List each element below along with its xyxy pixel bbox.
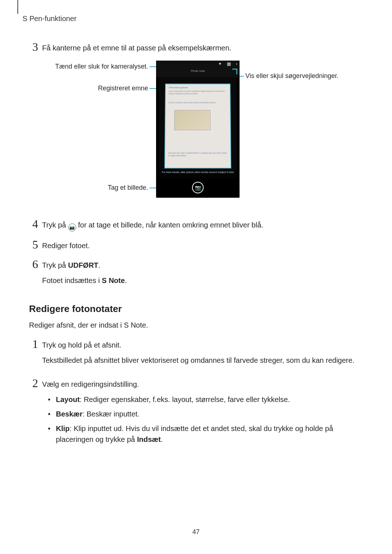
statusbar-label: Photo note (156, 67, 240, 73)
list-item: Klip: Klip inputtet ud. Hvis du vil inds… (48, 423, 363, 445)
hint-banner: For best results, take picture when bord… (159, 169, 237, 179)
subsection-heading: Redigere fotonotater (29, 303, 363, 315)
subsection-intro: Rediger afsnit, der er indsat i S Note. (29, 321, 363, 329)
step-b2: 2 Vælg en redigeringsindstilling. Layout… (29, 377, 363, 448)
figure: Tænd eller sluk for kameralyset. Registr… (29, 61, 363, 206)
options-list: Layout: Rediger egenskaber, f.eks. layou… (42, 394, 363, 445)
step-text: Få kanterne på et emne til at passe på e… (42, 41, 231, 53)
phone-statusbar: Photo note (156, 67, 240, 77)
camera-icon: 📷 (68, 223, 76, 231)
callout-capture: Tag et billede. (29, 184, 148, 192)
step-number: 3 (29, 41, 41, 53)
step-number: 6 (29, 258, 41, 270)
phone-mockup: ✦ ▦ › Photo note S Pen button gestures L… (156, 61, 240, 198)
list-item: Beskær: Beskær inputtet. (48, 409, 363, 419)
callout-guides: Vis eller skjul søgervejledninger. (245, 72, 339, 80)
step-number: 5 (29, 239, 41, 250)
detected-document: S Pen button gestures Lorem ipsum dolor … (164, 84, 231, 169)
shutter-button[interactable]: 📷 (192, 182, 204, 193)
page-number: 47 (0, 528, 392, 536)
callout-subject: Registreret emne (29, 85, 148, 92)
doc-paragraph: Ut enim ad minim veniam quis nostrud exe… (169, 102, 227, 104)
step-text: Rediger fotoet. (42, 239, 90, 251)
list-item: Layout: Rediger egenskaber, f.eks. layou… (48, 394, 363, 405)
step-text: Vælg en redigeringsindstilling. Layout: … (42, 377, 363, 448)
step-text: Tryk på 📷 for at tage et billede, når ka… (42, 218, 263, 231)
phone-topbar: ✦ ▦ › (156, 61, 240, 67)
doc-paragraph: Duis aute irure dolor in reprehenderit i… (168, 152, 227, 156)
step-4: 4 Tryk på 📷 for at tage et billede, når … (29, 218, 363, 231)
step-number: 2 (29, 377, 41, 389)
doc-image (174, 110, 211, 130)
chevron-right-icon: › (236, 61, 237, 66)
callout-flash: Tænd eller sluk for kameralyset. (29, 63, 148, 70)
step-number: 1 (29, 338, 41, 350)
guide-indicator-icon (232, 69, 237, 74)
doc-heading: S Pen button gestures (169, 86, 188, 89)
step-b1: 1 Tryk og hold på et afsnit. Tekstbilled… (29, 338, 363, 370)
camera-icon: 📷 (195, 185, 201, 190)
step-3: 3 Få kanterne på et emne til at passe på… (29, 41, 363, 53)
header-rule (17, 0, 18, 14)
section-title: S Pen-funktioner (23, 15, 363, 23)
step-text: Tryk og hold på et afsnit. Tekstbilledet… (42, 338, 354, 370)
step-number: 4 (29, 218, 41, 230)
step-6: 6 Tryk på UDFØRT. Fotoet indsættes i S N… (29, 258, 363, 290)
doc-paragraph: Lorem ipsum dolor sit amet consectetur a… (169, 90, 227, 95)
flash-icon: ✦ (218, 61, 222, 66)
step-text: Tryk på UDFØRT. Fotoet indsættes i S Not… (42, 258, 127, 290)
step-5: 5 Rediger fotoet. (29, 239, 363, 251)
camera-viewport: S Pen button gestures Lorem ipsum dolor … (159, 77, 237, 179)
grid-icon: ▦ (227, 61, 231, 66)
